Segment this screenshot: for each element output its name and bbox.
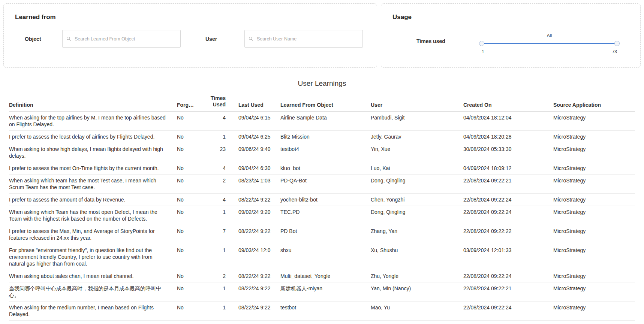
cell-source-application: MicroStrategy [553,270,635,282]
cell-forgotten: No [177,270,199,282]
cell-last-used: 08/15/24 8:45 [230,321,275,324]
cell-user: Jetly, Gaurav [371,131,463,143]
column-header-definition[interactable]: Definition [9,102,177,108]
cell-source-application: MicroStrategy [553,225,635,244]
object-search-box[interactable] [62,30,181,48]
table-row[interactable]: I prefer to assess the most On-Time flig… [9,162,635,175]
column-header-learned-from-object[interactable]: Learned From Object [275,102,371,108]
cell-user: Du, Yang [371,321,463,324]
cell-source-application: MicroStrategy [553,112,635,130]
column-header-forgotten[interactable]: Forgott... [177,102,199,108]
cell-definition: When asking which team has the most Test… [9,175,177,193]
cell-learned-from-object: Blitz Mission [275,131,371,143]
cell-forgotten: No [177,321,199,324]
user-learnings-table: Definition Forgott... Times Used Last Us… [0,93,644,324]
cell-user: Dong, Qingling [371,175,463,193]
cell-learned-from-object: Olympic Knowledge Bot [275,321,371,324]
column-header-times-used[interactable]: Times Used [199,95,230,108]
cell-times-used: 4 [199,162,230,174]
column-header-last-used[interactable]: Last Used [230,102,275,108]
usage-filter-row: Times used All 1 73 [392,33,629,54]
cell-last-used: 08/23/24 1:03 [230,175,275,193]
cell-forgotten: No [177,225,199,244]
cell-source-application: MicroStrategy [553,162,635,174]
cell-created-on: 04/09/2024 18:12:04 [463,112,553,130]
table-row[interactable]: When asking which Team has the most open… [9,206,635,225]
cell-definition: When asking for the medium number, I mea… [9,302,177,320]
table-row[interactable]: When asking for the top airlines by M, I… [9,112,635,131]
column-header-created-on[interactable]: Created On [463,102,553,108]
cell-last-used: 09/06/24 9:40 [230,143,275,162]
slider-handle-min[interactable] [479,41,484,46]
cell-times-used: 1 [199,282,230,301]
cell-forgotten: No [177,143,199,162]
cell-definition: When asking to show high delays, I mean … [9,143,177,162]
cell-created-on: 15/08/2024 08:25:53 [463,321,553,324]
cell-created-on: 22/08/2024 09:22:24 [463,194,553,206]
cell-user: Chen, Yongzhi [371,194,463,206]
table-row[interactable]: When asking to show high delays, I mean … [9,143,635,162]
user-search-box[interactable] [244,30,363,48]
cell-forgotten: No [177,175,199,193]
cell-last-used: 08/22/24 9:22 [230,225,275,244]
cell-definition: For phrase "environment friendly", in qu… [9,244,177,270]
user-label: User [205,36,244,42]
slider-min-label: 1 [482,49,484,54]
cell-times-used: 1 [199,131,230,143]
cell-times-used: 4 [199,112,230,130]
cell-last-used: 08/22/24 9:22 [230,270,275,282]
cell-user: Pambudi, Sigit [371,112,463,130]
table-body: When asking for the top airlines by M, I… [9,112,635,324]
cell-created-on: 22/08/2024 09:22:24 [463,270,553,282]
cell-user: Xu, Shushu [371,244,463,270]
table-row[interactable]: 当我询问中国在2008年夏季奥运会上获得的奖牌数量时，我指的是银牌的数量。 No… [9,321,635,324]
cell-created-on: 03/09/2024 12:01:33 [463,244,553,270]
cell-forgotten: No [177,282,199,301]
cell-times-used: 2 [199,270,230,282]
column-header-user[interactable]: User [371,102,463,108]
cell-times-used: 23 [199,143,230,162]
cell-learned-from-object: yochen-blitz-bot [275,194,371,206]
object-search-input[interactable] [62,30,181,48]
user-search-input[interactable] [244,30,363,48]
table-row[interactable]: When asking about sales chan, I mean ret… [9,270,635,282]
cell-source-application: MicroStrategy [553,143,635,162]
table-row[interactable]: For phrase "environment friendly", in qu… [9,244,635,270]
table-row[interactable]: I prefer to assess the Max, Min, and Ave… [9,225,635,244]
column-header-source-application[interactable]: Source Application [553,102,635,108]
cell-definition: When asking about sales chan, I mean ret… [9,270,177,282]
cell-user: Zhang, Yan [371,225,463,244]
cell-forgotten: No [177,112,199,130]
cell-definition: When asking for the top airlines by M, I… [9,112,177,130]
times-used-slider[interactable]: All 1 73 [482,33,617,54]
cell-forgotten: No [177,206,199,225]
cell-last-used: 09/04/24 6:25 [230,131,275,143]
slider-value-label: All [482,33,617,39]
cell-forgotten: No [177,162,199,174]
cell-source-application: MicroStrategy [553,175,635,193]
cell-times-used: 4 [199,194,230,206]
cell-source-application: MicroStrategy [553,244,635,270]
table-row[interactable]: When asking which team has the most Test… [9,175,635,194]
cell-source-application: MicroStrategy [553,321,635,324]
cell-definition: I prefer to assess the amount of data by… [9,194,177,206]
cell-definition: I prefer to assess the least delay of ai… [9,131,177,143]
cell-definition: I prefer to assess the Max, Min, and Ave… [9,225,177,244]
search-icon [249,36,253,41]
learned-from-panel: Learned from Object User [3,3,377,68]
slider-track[interactable] [482,43,617,44]
pane-divider[interactable] [275,93,275,324]
cell-definition: 当我问哪个呼叫中心成本最高时，我指的是本月成本最高的呼叫中心。 [9,282,177,301]
cell-created-on: 04/09/2024 18:20:28 [463,131,553,143]
cell-user: Yin, Xue [371,143,463,162]
cell-times-used: 1 [199,302,230,320]
table-row[interactable]: 当我问哪个呼叫中心成本最高时，我指的是本月成本最高的呼叫中心。 No 1 08/… [9,282,635,302]
slider-handle-max[interactable] [614,41,620,46]
table-row[interactable]: When asking for the medium number, I mea… [9,302,635,321]
cell-forgotten: No [177,194,199,206]
cell-times-used: 8 [199,321,230,324]
times-used-label: Times used [416,38,482,44]
table-header: Definition Forgott... Times Used Last Us… [9,93,635,112]
table-row[interactable]: I prefer to assess the amount of data by… [9,194,635,206]
table-row[interactable]: I prefer to assess the least delay of ai… [9,131,635,143]
